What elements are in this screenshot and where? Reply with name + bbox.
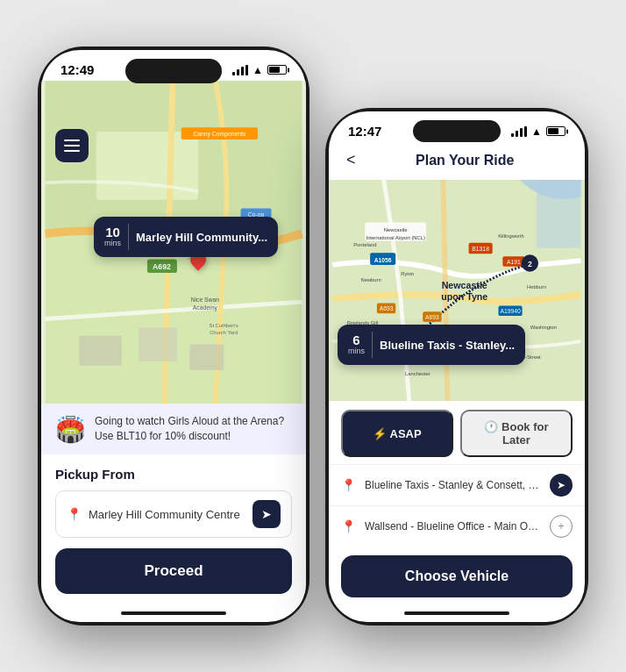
svg-rect-18	[537, 180, 580, 248]
svg-text:Nice Swan: Nice Swan	[191, 297, 220, 303]
svg-rect-11	[189, 345, 224, 370]
wifi-icon-right: ▲	[531, 125, 542, 138]
tooltip-divider-left	[128, 224, 129, 250]
status-icons-left: ▲	[232, 64, 287, 76]
svg-text:Newcastle: Newcastle	[384, 227, 408, 232]
book-later-tab[interactable]: 🕐 Book for Later	[460, 410, 573, 457]
scene: 12:49 ▲	[11, 29, 615, 643]
signal-icon-left	[232, 65, 248, 75]
location-pin-icon-2: 📍	[341, 519, 356, 533]
tooltip-divider-right	[372, 332, 373, 358]
svg-text:St Cuthbert's: St Cuthbert's	[210, 323, 238, 328]
svg-text:A19940: A19940	[500, 308, 521, 314]
hamburger-button[interactable]	[55, 129, 89, 162]
promo-banner: 🏟️ Going to watch Girls Aloud at the Are…	[41, 404, 306, 454]
svg-text:Washington: Washington	[530, 325, 557, 330]
hamburger-line-1	[64, 139, 80, 141]
dynamic-island-right	[413, 120, 501, 142]
wifi-icon-left: ▲	[253, 64, 263, 76]
svg-text:Academy: Academy	[193, 304, 218, 311]
svg-text:A191: A191	[507, 259, 521, 265]
svg-text:A692: A692	[153, 262, 171, 271]
svg-text:Hebburn: Hebburn	[527, 284, 546, 290]
promo-icon: 🏟️	[55, 415, 86, 444]
tooltip-mins-left: 10 mins	[104, 225, 121, 248]
svg-text:Church Yard: Church Yard	[210, 330, 238, 335]
svg-text:Ponteland: Ponteland	[353, 242, 376, 247]
phone-left: 12:49 ▲	[38, 46, 309, 626]
location-text-1: Blueline Taxis - Stanley & Consett, D...	[365, 479, 541, 491]
map-area-right: A1056 B1318 A191 Newcastle upon Tyne Pon…	[329, 180, 585, 401]
map-area-left: A692 Canny Components Co-op Nice Swan Ac…	[41, 81, 306, 404]
location-add-button-2[interactable]: +	[550, 515, 573, 538]
dynamic-island-left	[125, 59, 222, 83]
svg-text:2: 2	[528, 260, 532, 268]
map-tooltip-right: 6 mins Blueline Taxis - Stanley...	[338, 325, 525, 365]
phone-right: 12:47 ▲ < Plan Your Ride	[325, 108, 588, 626]
nav-title: Plan Your Ride	[359, 153, 571, 168]
hamburger-line-2	[64, 145, 80, 147]
pickup-input-text: Marley Hill Community Centre	[89, 508, 245, 521]
pickup-input[interactable]: 📍 Marley Hill Community Centre ➤	[55, 490, 292, 538]
status-icons-right: ▲	[511, 125, 566, 138]
svg-text:A1056: A1056	[374, 257, 392, 263]
signal-icon-right	[511, 126, 527, 137]
pickup-location-icon: 📍	[67, 507, 82, 521]
proceed-button[interactable]: Proceed	[55, 548, 292, 594]
svg-text:upon Tyne: upon Tyne	[441, 291, 487, 302]
location-pin-icon-1: 📍	[341, 478, 356, 492]
asap-tab[interactable]: ⚡ ASAP	[341, 410, 453, 457]
status-time-right: 12:47	[348, 124, 381, 139]
svg-text:A693: A693	[425, 314, 439, 320]
svg-rect-9	[79, 336, 121, 366]
ride-tabs: ⚡ ASAP 🕐 Book for Later	[329, 401, 585, 464]
home-indicator-right	[404, 611, 509, 615]
battery-icon-left	[267, 65, 287, 75]
pickup-label: Pickup From	[55, 467, 292, 482]
location-nav-button-1[interactable]: ➤	[550, 474, 573, 497]
choose-vehicle-button[interactable]: Choose Vehicle	[341, 555, 573, 597]
svg-text:Lanchester: Lanchester	[405, 371, 430, 376]
home-indicator-left	[121, 611, 226, 615]
map-tooltip-left: 10 mins Marley Hill Community...	[94, 217, 278, 257]
status-time-left: 12:49	[60, 62, 94, 77]
svg-text:Ryton: Ryton	[401, 271, 414, 276]
location-row-1[interactable]: 📍 Blueline Taxis - Stanley & Consett, D.…	[329, 464, 585, 505]
tooltip-mins-right: 6 mins	[348, 333, 365, 356]
battery-icon-right	[546, 126, 566, 136]
location-row-2[interactable]: 📍 Wallsend - Blueline Office - Main Offi…	[329, 505, 585, 547]
svg-text:International Airport (NCL): International Airport (NCL)	[366, 235, 425, 240]
svg-rect-10	[139, 327, 177, 361]
location-text-2: Wallsend - Blueline Office - Main Offi..…	[365, 520, 541, 533]
back-button[interactable]: <	[343, 147, 359, 173]
svg-text:Killingworth: Killingworth	[498, 233, 524, 239]
bottom-panel-left: Pickup From 📍 Marley Hill Community Cent…	[41, 454, 306, 606]
svg-text:Newburn: Newburn	[361, 277, 381, 282]
svg-text:Newcastle: Newcastle	[442, 280, 487, 290]
svg-text:A693: A693	[380, 305, 394, 311]
svg-text:Canny Components: Canny Components	[193, 131, 245, 138]
nav-bar: < Plan Your Ride	[329, 142, 585, 180]
hamburger-line-3	[64, 150, 80, 152]
pickup-navigate-button[interactable]: ➤	[253, 500, 281, 528]
svg-text:B1318: B1318	[472, 246, 489, 252]
